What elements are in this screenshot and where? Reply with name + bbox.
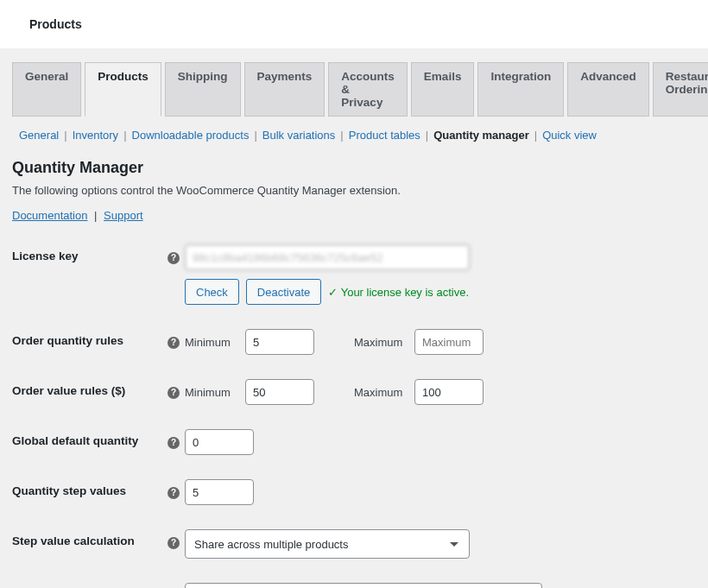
separator: | [123,129,126,142]
documentation-link[interactable]: Documentation [12,209,87,222]
label-order-value-rules: Order value rules ($) [12,379,168,397]
row-license-key: License key ? Check Deactivate Your lice… [12,244,696,305]
subtab-product-tables[interactable]: Product tables [349,129,420,142]
subtab-downloadable[interactable]: Downloadable products [132,129,250,142]
subtab-quick-view[interactable]: Quick view [542,129,597,142]
separator: | [254,129,256,142]
step-calc-select[interactable]: Share across multiple products [185,529,470,559]
global-default-input[interactable] [185,429,254,455]
qty-max-input[interactable] [414,329,484,355]
help-icon[interactable]: ? [168,337,180,349]
settings-panel: General Products Shipping Payments Accou… [0,48,708,588]
step-value-input[interactable] [185,479,254,505]
tab-integration[interactable]: Integration [477,62,564,117]
separator: | [426,129,428,142]
label-order-quantity-rules: Order quantity rules [12,329,168,347]
tab-restaurant-ordering[interactable]: Restaurant Ordering [653,62,708,117]
separator: | [340,129,343,142]
help-icon[interactable]: ? [168,387,180,399]
row-order-value-rules: Order value rules ($) ? Minimum Maximum [12,379,696,405]
label-quantity-step-values: Quantity step values [12,479,168,497]
license-key-input[interactable] [185,244,470,270]
deactivate-button[interactable]: Deactivate [246,279,321,305]
value-min-input[interactable] [245,379,314,405]
page-title: Products [0,0,708,48]
qty-min-input[interactable] [245,329,314,355]
step-calc-selected-value: Share across multiple products [194,538,348,551]
label-maximum: Maximum [354,336,408,349]
label-minimum: Minimum [185,336,238,349]
support-link[interactable]: Support [104,209,143,222]
label-minimum: Minimum [185,386,238,399]
license-status: Your license key is active. [328,286,469,299]
label-user-roles: User roles [12,583,168,588]
section-description: The following options control the WooCom… [12,184,696,197]
help-icon[interactable]: ? [168,487,180,499]
tab-payments[interactable]: Payments [244,62,326,117]
sub-tabs: General | Inventory | Downloadable produ… [12,120,696,147]
tab-general[interactable]: General [12,62,81,117]
label-global-default-quantity: Global default quantity [12,429,168,447]
value-max-input[interactable] [414,379,484,405]
row-global-default-quantity: Global default quantity ? [12,429,696,455]
subtab-quantity-manager: Quantity manager [433,129,529,142]
subtab-inventory[interactable]: Inventory [73,129,118,142]
row-order-quantity-rules: Order quantity rules ? Minimum Maximum [12,329,696,355]
user-roles-select[interactable]: × Customer × Wholesale × Guest [185,583,542,588]
tab-shipping[interactable]: Shipping [165,62,241,117]
subtab-general[interactable]: General [19,129,59,142]
label-maximum: Maximum [354,386,408,399]
help-icon[interactable]: ? [168,252,180,264]
tab-accounts-privacy[interactable]: Accounts & Privacy [328,62,408,117]
label-license-key: License key [12,244,168,262]
help-icon[interactable]: ? [168,437,180,449]
tab-products[interactable]: Products [85,62,161,117]
help-links: Documentation | Support [12,209,696,222]
label-step-value-calculation: Step value calculation [12,529,168,547]
check-button[interactable]: Check [185,279,239,305]
separator: | [534,129,537,142]
separator: | [94,209,97,222]
row-user-roles: User roles ? × Customer × Wholesale × Gu… [12,583,696,588]
row-quantity-step-values: Quantity step values ? [12,479,696,505]
row-step-value-calculation: Step value calculation ? Share across mu… [12,529,696,559]
top-tabs: General Products Shipping Payments Accou… [12,62,696,117]
section-title: Quantity Manager [12,159,696,177]
subtab-bulk-variations[interactable]: Bulk variations [262,129,336,142]
help-icon-wrap: ? [168,244,185,264]
tab-advanced[interactable]: Advanced [567,62,649,117]
tab-emails[interactable]: Emails [411,62,475,117]
separator: | [64,129,66,142]
help-icon[interactable]: ? [168,537,180,549]
